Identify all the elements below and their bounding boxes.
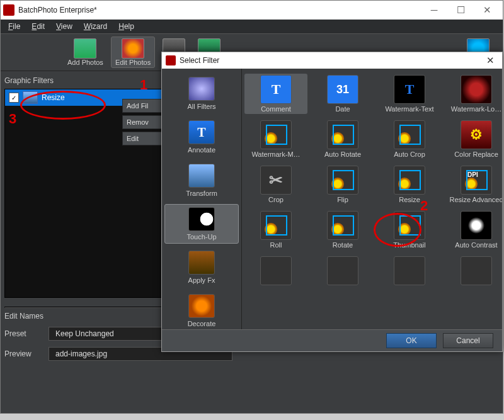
menubar: File Edit View Wizard Help — [1, 20, 503, 33]
crop-icon — [260, 166, 292, 195]
add-photos-icon — [74, 38, 96, 59]
decorate-icon — [188, 294, 215, 318]
dialog-titlebar: Select Filter ✕ — [162, 52, 502, 69]
watermark-logo-icon — [461, 75, 492, 104]
fx-icon — [188, 251, 215, 275]
cat-touch-up[interactable]: Touch-Up — [164, 204, 239, 244]
auto-rotate-icon — [327, 120, 358, 149]
filter-watermark-text[interactable]: TWatermark-Text — [378, 74, 441, 114]
touch-up-icon — [188, 207, 215, 231]
menu-edit[interactable]: Edit — [26, 21, 50, 32]
filter-watermark-logo[interactable]: Watermark-Lo… — [445, 74, 502, 114]
filter-resize-advanced[interactable]: Resize Advanced — [445, 164, 502, 205]
filter-auto-rotate[interactable]: Auto Rotate — [311, 119, 374, 159]
app-logo-icon — [3, 4, 14, 16]
toolbar-add-photos[interactable]: Add Photos — [64, 37, 107, 67]
wand-icon — [188, 77, 215, 101]
toolbar-edit-photos[interactable]: Edit Photos — [111, 37, 155, 68]
filter-more-3[interactable] — [378, 255, 441, 288]
menu-view[interactable]: View — [51, 21, 77, 32]
filter-watermark-mask[interactable]: Watermark-M… — [244, 119, 307, 159]
filter-icon — [461, 256, 492, 285]
filter-categories: All Filters TAnnotate Transform Touch-Up… — [162, 69, 242, 329]
filter-color-replace[interactable]: Color Replace — [445, 119, 502, 159]
filter-icon — [327, 256, 358, 285]
cat-annotate[interactable]: TAnnotate — [164, 117, 239, 157]
resize-icon — [394, 166, 425, 195]
dialog-close-button[interactable]: ✕ — [483, 55, 498, 66]
cancel-button[interactable]: Cancel — [443, 333, 493, 348]
filter-rotate[interactable]: Rotate — [311, 210, 374, 250]
filter-more-1[interactable] — [244, 255, 307, 288]
auto-crop-icon — [394, 120, 425, 149]
menu-wizard[interactable]: Wizard — [79, 21, 112, 32]
filter-roll[interactable]: Roll — [244, 210, 307, 250]
text-icon: T — [188, 120, 215, 144]
dialog-buttons: OK Cancel — [162, 329, 502, 351]
titlebar: BatchPhoto Enterprise* ─ ☐ ✕ — [1, 1, 503, 20]
maximize-button[interactable]: ☐ — [447, 3, 474, 18]
auto-contrast-icon — [461, 211, 492, 240]
filter-date[interactable]: 31Date — [311, 74, 374, 114]
filter-flip[interactable]: Flip — [311, 164, 374, 205]
ok-button[interactable]: OK — [386, 333, 437, 348]
edit-photos-icon — [122, 38, 144, 59]
filter-comment[interactable]: TComment — [244, 74, 307, 114]
filter-checkbox[interactable]: ✓ — [9, 93, 19, 103]
cat-apply-fx[interactable]: Apply Fx — [164, 247, 239, 287]
dialog-logo-icon — [166, 55, 176, 65]
filter-label: Resize — [42, 93, 65, 102]
flip-icon — [327, 166, 358, 195]
filter-more-4[interactable] — [445, 255, 502, 288]
filter-resize[interactable]: Resize — [378, 164, 441, 205]
menu-help[interactable]: Help — [113, 21, 139, 32]
preview-label: Preview — [4, 349, 42, 358]
dialog-title: Select Filter — [180, 56, 219, 65]
resize-icon — [23, 91, 38, 104]
color-replace-icon — [461, 120, 492, 149]
date-icon: 31 — [327, 75, 358, 104]
cat-all-filters[interactable]: All Filters — [164, 74, 239, 113]
comment-icon: T — [260, 75, 292, 104]
cat-decorate[interactable]: Decorate — [164, 291, 239, 331]
close-button[interactable]: ✕ — [474, 3, 500, 18]
filter-more-2[interactable] — [311, 255, 374, 288]
roll-icon — [260, 211, 292, 240]
filter-crop[interactable]: Crop — [244, 164, 307, 205]
filter-auto-crop[interactable]: Auto Crop — [378, 119, 441, 159]
window-title: BatchPhoto Enterprise* — [18, 6, 97, 14]
filter-icon — [260, 256, 292, 285]
watermark-mask-icon — [260, 120, 292, 149]
cat-transform[interactable]: Transform — [164, 161, 239, 200]
minimize-button[interactable]: ─ — [421, 3, 447, 18]
watermark-text-icon: T — [394, 75, 425, 104]
filter-thumbnail[interactable]: Thumbnail — [378, 210, 441, 250]
transform-icon — [188, 164, 215, 188]
filter-grid-pane: TComment 31Date TWatermark-Text Watermar… — [242, 69, 502, 329]
graphic-filters-title: Graphic Filters — [4, 76, 167, 85]
select-filter-dialog: Select Filter ✕ All Filters TAnnotate Tr… — [161, 52, 503, 352]
filter-auto-contrast[interactable]: Auto Contrast — [445, 210, 502, 250]
filter-icon — [394, 256, 425, 285]
filter-grid: TComment 31Date TWatermark-Text Watermar… — [244, 74, 500, 288]
preset-label: Preset — [4, 329, 42, 338]
rotate-icon — [327, 211, 358, 240]
thumbnail-icon — [394, 211, 425, 240]
resize-advanced-icon — [461, 166, 492, 195]
menu-file[interactable]: File — [3, 21, 25, 32]
